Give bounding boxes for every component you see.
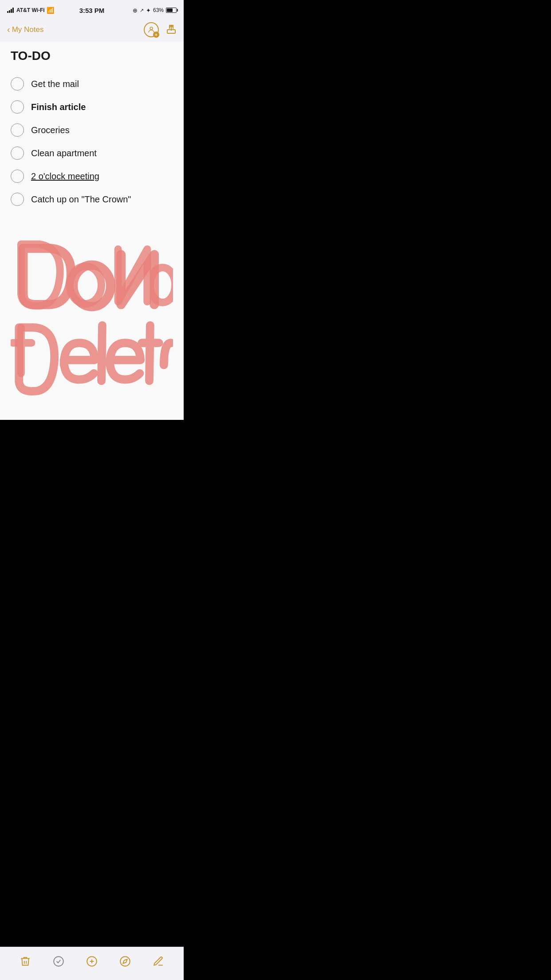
todo-text-3: Groceries (31, 125, 70, 135)
todo-text-4: Clean apartment (31, 148, 97, 158)
battery-fill (167, 8, 173, 12)
bluetooth-icon: ✦ (146, 7, 151, 14)
chevron-left-icon: ‹ (7, 24, 10, 35)
todo-checkbox-3[interactable] (11, 123, 24, 137)
todo-text-5: 2 o'clock meeting (31, 171, 99, 182)
todo-item: Get the mail (11, 74, 173, 94)
todo-item: 2 o'clock meeting (11, 166, 173, 186)
status-bar: AT&T Wi-Fi 📶 3:53 PM ⊕ ↗ ✦ 63% (0, 0, 184, 20)
todo-checkbox-6[interactable] (11, 193, 24, 206)
content-area: TO-DO Get the mailFinish articleGrocerie… (0, 42, 184, 420)
status-time: 3:53 PM (79, 7, 105, 14)
svg-line-8 (150, 325, 150, 381)
todo-item: Groceries (11, 120, 173, 140)
svg-point-4 (150, 268, 173, 303)
nav-right-buttons: + (144, 22, 177, 37)
svg-line-7 (102, 325, 102, 381)
handwritten-area (11, 227, 173, 413)
wifi-icon: 📶 (47, 7, 54, 14)
share-icon (166, 24, 177, 34)
battery-percent: 63% (153, 7, 164, 13)
page-title: TO-DO (11, 49, 173, 63)
todo-checkbox-5[interactable] (11, 170, 24, 183)
signal-icon (7, 8, 14, 13)
todo-checkbox-1[interactable] (11, 77, 24, 91)
status-left: AT&T Wi-Fi 📶 (7, 7, 54, 14)
location-icon: ⊕ (133, 7, 138, 14)
battery-icon (166, 8, 177, 13)
todo-text-6: Catch up on "The Crown" (31, 194, 131, 205)
handwritten-svg (11, 232, 173, 407)
back-button[interactable]: ‹ My Notes (7, 25, 43, 35)
todo-checkbox-4[interactable] (11, 146, 24, 160)
todo-text-2: Finish article (31, 102, 86, 112)
svg-point-0 (150, 27, 153, 30)
add-person-button[interactable]: + (144, 22, 159, 37)
todo-item: Finish article (11, 97, 173, 117)
todo-item: Clean apartment (11, 143, 173, 163)
plus-badge: + (153, 32, 159, 38)
arrow-icon: ↗ (140, 8, 144, 13)
todo-list: Get the mailFinish articleGroceriesClean… (11, 74, 173, 209)
nav-bar: ‹ My Notes + (0, 20, 184, 42)
todo-checkbox-2[interactable] (11, 100, 24, 114)
carrier-label: AT&T Wi-Fi (16, 7, 45, 13)
share-button[interactable] (166, 24, 177, 36)
todo-text-1: Get the mail (31, 79, 79, 89)
back-label: My Notes (12, 25, 44, 34)
todo-item: Catch up on "The Crown" (11, 189, 173, 209)
status-right: ⊕ ↗ ✦ 63% (133, 7, 177, 14)
